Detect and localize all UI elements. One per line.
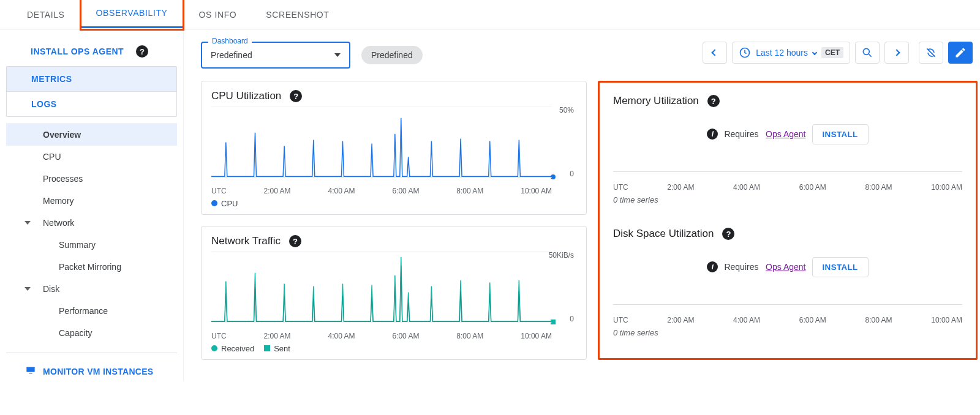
network-spike-svg: [211, 251, 552, 323]
card-cpu-utilization: CPU Utilization ? 50% 0 UTC: [201, 81, 587, 215]
x-tick: 10:00 AM: [931, 183, 962, 192]
tab-bar: DETAILS OBSERVABILITY OS INFO SCREENSHOT: [0, 0, 980, 29]
tree-memory[interactable]: Memory: [6, 190, 177, 212]
install-button[interactable]: INSTALL: [812, 124, 869, 144]
sidebar-item-metrics[interactable]: METRICS: [7, 67, 176, 92]
tree-disk-label: Disk: [43, 284, 59, 294]
card-title: CPU Utilization: [211, 90, 281, 102]
install-button[interactable]: INSTALL: [812, 257, 869, 277]
time-next-button[interactable]: [884, 42, 909, 64]
x-tick: 2:00 AM: [667, 316, 694, 324]
x-tick: 4:00 AM: [733, 316, 760, 324]
y-axis-top: 50%: [559, 106, 574, 114]
help-icon[interactable]: ?: [707, 95, 720, 107]
y-axis-bottom: 0: [570, 170, 574, 178]
x-tick: 6:00 AM: [392, 332, 419, 340]
divider: [6, 353, 177, 353]
svg-rect-1: [29, 373, 32, 373]
search-button[interactable]: [855, 42, 880, 64]
legend-label: Received: [221, 344, 254, 353]
autorefresh-off-button[interactable]: [919, 42, 943, 64]
tree-performance[interactable]: Performance: [6, 300, 177, 322]
legend: Received Sent: [211, 344, 576, 353]
install-ops-agent-link[interactable]: INSTALL OPS AGENT ?: [0, 42, 183, 61]
clock-icon: [739, 47, 751, 59]
help-icon[interactable]: ?: [722, 228, 734, 240]
x-tick: 4:00 AM: [733, 183, 760, 192]
network-chart[interactable]: 50KiB/s 0: [211, 251, 576, 331]
card-title: Disk Space Utilization: [613, 228, 714, 240]
help-icon[interactable]: ?: [290, 90, 302, 102]
svg-rect-0: [26, 367, 34, 372]
chevron-down-icon: [24, 221, 31, 225]
tab-screenshot[interactable]: SCREENSHOT: [251, 0, 344, 29]
search-icon: [861, 47, 873, 59]
x-tick: 2:00 AM: [264, 187, 291, 195]
cpu-spike-svg: [211, 106, 552, 178]
legend-swatch: [264, 345, 270, 351]
tab-observability[interactable]: OBSERVABILITY: [81, 0, 183, 28]
requires-ops-agent-row: i Requires Ops Agent INSTALL: [613, 107, 962, 161]
tree-cpu[interactable]: CPU: [6, 146, 177, 168]
x-tick: 8:00 AM: [865, 183, 892, 192]
legend: CPU: [211, 199, 576, 208]
tree-capacity[interactable]: Capacity: [6, 322, 177, 344]
help-icon[interactable]: ?: [136, 45, 148, 58]
chevron-right-icon: [893, 49, 900, 56]
x-axis: UTC 2:00 AM 4:00 AM 6:00 AM 8:00 AM 10:0…: [211, 332, 576, 340]
svg-point-3: [863, 48, 869, 54]
install-ops-agent-label: INSTALL OPS AGENT: [31, 47, 124, 56]
x-tick: 10:00 AM: [521, 332, 552, 340]
time-prev-button[interactable]: [703, 42, 727, 64]
series-end-marker: [551, 320, 556, 324]
x-tick: 8:00 AM: [865, 316, 892, 324]
charts-grid: CPU Utilization ? 50% 0 UTC: [201, 81, 973, 360]
info-icon: i: [707, 129, 718, 140]
tree-network[interactable]: Network: [6, 212, 177, 234]
series-end-dot: [551, 174, 556, 179]
zero-time-series-label: 0 time series: [613, 328, 962, 337]
card-title: Memory Utilization: [613, 95, 699, 107]
chevron-down-icon: [812, 50, 817, 55]
tree-packet-mirroring[interactable]: Packet Mirroring: [6, 256, 177, 278]
dashboard-select[interactable]: Dashboard Predefined: [201, 42, 350, 69]
pencil-icon: [954, 47, 967, 59]
time-range-label: Last 12 hours: [756, 48, 808, 58]
sidebar-section-metrics-logs: METRICS LOGS: [6, 66, 177, 117]
ops-agent-link[interactable]: Ops Agent: [766, 262, 805, 272]
tab-os-info[interactable]: OS INFO: [184, 0, 252, 29]
legend-swatch: [211, 345, 217, 351]
controls-row: Dashboard Predefined Predefined Last 12 …: [201, 42, 973, 69]
y-axis-top: 50KiB/s: [549, 251, 574, 260]
zero-time-series-label: 0 time series: [613, 195, 962, 204]
tree-overview[interactable]: Overview: [6, 124, 177, 146]
x-axis: UTC 2:00 AM 4:00 AM 6:00 AM 8:00 AM 10:0…: [613, 316, 962, 324]
sidebar-item-logs[interactable]: LOGS: [7, 92, 176, 116]
x-tick: 4:00 AM: [328, 332, 355, 340]
x-tick: 2:00 AM: [264, 332, 291, 340]
tree-disk[interactable]: Disk: [6, 278, 177, 300]
dashboard-select-label: Dashboard: [208, 37, 252, 45]
predefined-chip[interactable]: Predefined: [361, 46, 423, 64]
tab-details[interactable]: DETAILS: [12, 0, 80, 29]
edit-button[interactable]: [948, 42, 973, 64]
x-tick: UTC: [613, 316, 628, 324]
monitor-icon: [24, 365, 37, 377]
x-tick: 6:00 AM: [392, 187, 419, 195]
main-content: Dashboard Predefined Predefined Last 12 …: [184, 29, 980, 381]
time-range-picker[interactable]: Last 12 hours CET: [732, 42, 850, 64]
legend-swatch: [211, 200, 217, 206]
x-tick: UTC: [211, 332, 227, 340]
help-icon[interactable]: ?: [289, 235, 301, 247]
right-column-highlight: Memory Utilization ? i Requires Ops Agen…: [598, 81, 978, 360]
monitor-vm-label: MONITOR VM INSTANCES: [43, 367, 154, 376]
card-disk-space-utilization: Disk Space Utilization ? i Requires Ops …: [603, 219, 972, 343]
monitor-vm-instances-link[interactable]: MONITOR VM INSTANCES: [0, 362, 183, 381]
tree-processes[interactable]: Processes: [6, 168, 177, 190]
tab-observability-highlight: OBSERVABILITY: [80, 0, 184, 31]
x-tick: 6:00 AM: [799, 316, 826, 324]
cpu-chart[interactable]: 50% 0: [211, 106, 576, 185]
chevron-down-icon: [24, 287, 31, 291]
ops-agent-link[interactable]: Ops Agent: [766, 129, 805, 139]
tree-summary[interactable]: Summary: [6, 234, 177, 256]
